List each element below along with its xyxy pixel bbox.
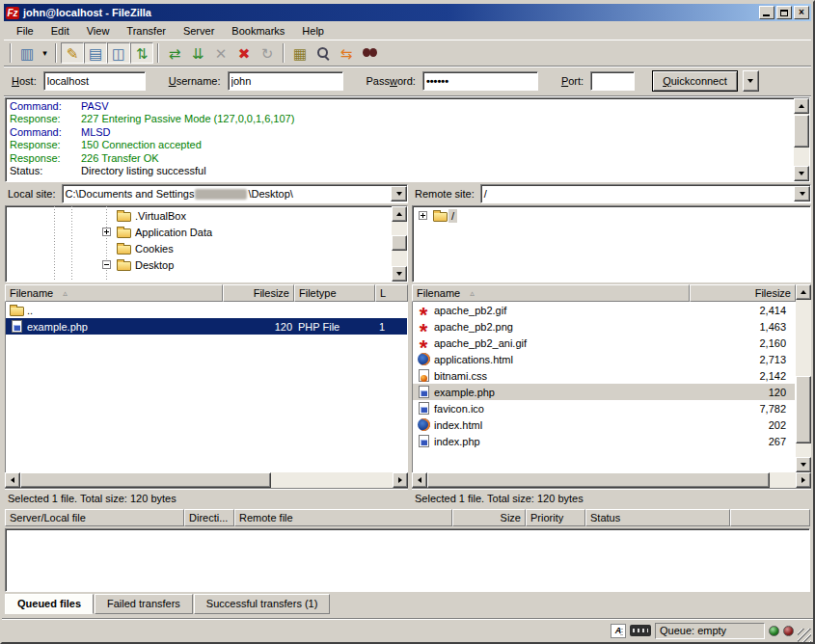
binoculars-icon [363,48,377,58]
local-tree-scrollbar[interactable] [392,206,407,282]
log-line-text: PASV [81,100,109,113]
filter-button[interactable]: ▦ [288,42,312,64]
quickconnect-button[interactable]: Quickconnect [652,70,738,92]
tree-item[interactable]: .VirtualBox [6,207,392,224]
local-file-list: ..example.php120PHP File1 [5,302,408,472]
speed-limits-icon[interactable] [630,625,651,636]
menu-help[interactable]: Help [293,23,333,39]
port-input[interactable] [590,71,635,91]
compare-directories-button[interactable] [312,42,335,64]
quickconnect-dropdown[interactable] [743,70,759,92]
file-size-cell: 7,782 [691,403,789,415]
scroll-up-button[interactable] [794,98,809,114]
toggle-local-tree-button[interactable]: ▤ [84,42,107,64]
expander-plus-icon[interactable] [102,228,111,236]
minimize-button[interactable] [759,6,774,19]
tab-successful-transfers-1-[interactable]: Successful transfers (1) [194,594,331,614]
file-row[interactable]: *apache_pb2_ani.gif2,160 [413,335,795,351]
menu-view[interactable]: View [78,23,119,39]
file-size-cell: 2,142 [691,370,789,382]
file-row[interactable]: example.php120 [413,384,795,400]
column-header-filetype[interactable]: Filetype [294,284,375,302]
process-queue-button[interactable]: ⇊ [186,42,209,64]
queue-column-priority[interactable]: Priority [526,509,585,526]
tree-item[interactable]: / [413,207,810,224]
host-input[interactable] [43,71,146,91]
file-row[interactable]: .. [6,302,407,318]
tab-queued-files[interactable]: Queued files [5,594,94,614]
scroll-down-button[interactable] [392,266,407,282]
refresh-button[interactable]: ⇄ [163,42,186,64]
cancel-operation-button[interactable]: ✕ [209,42,232,64]
column-header-filesize[interactable]: Filesize [223,284,294,302]
close-button[interactable]: × [794,6,809,19]
resize-grip[interactable] [798,629,811,642]
scroll-right-button[interactable] [796,472,811,488]
file-row[interactable]: index.php267 [413,433,795,449]
menu-edit[interactable]: Edit [42,23,78,39]
column-header-filename[interactable]: Filename▵ [5,284,223,302]
scrollbar-thumb[interactable] [392,235,407,251]
queue-column-remote-file[interactable]: Remote file [234,509,452,526]
scrollbar-thumb[interactable] [20,472,271,488]
data-type-ascii-icon[interactable]: A [611,624,626,638]
scroll-up-button[interactable] [392,206,407,222]
scroll-left-button[interactable] [5,472,20,488]
local-site-combobox[interactable]: C:\Documents and Settings\Desktop\ [62,184,408,203]
synchronized-browsing-button[interactable]: ⇆ [335,42,358,64]
remote-site-combobox[interactable]: / [480,184,811,203]
menu-transfer[interactable]: Transfer [118,23,175,39]
tree-item[interactable]: Application Data [6,224,392,240]
scroll-down-button[interactable] [796,457,811,472]
expander-minus-icon[interactable] [102,260,111,269]
scrollbar-thumb[interactable] [794,115,809,148]
column-header-filesize[interactable]: Filesize [690,284,796,302]
queue-column-status[interactable]: Status [585,509,730,526]
toggle-remote-tree-button[interactable]: ◫ [107,42,130,64]
file-row[interactable]: example.php120PHP File1 [6,318,407,335]
toggle-message-log-button[interactable]: ✎ [61,42,84,64]
scrollbar-thumb[interactable] [796,376,811,443]
menu-file[interactable]: File [8,23,42,39]
combobox-dropdown-button[interactable] [391,186,407,201]
scroll-right-button[interactable] [393,472,408,488]
maximize-button[interactable] [776,6,792,19]
menu-bookmarks[interactable]: Bookmarks [223,23,293,39]
message-log-scrollbar[interactable] [794,98,809,181]
remote-site-label: Remote site: [412,188,477,200]
file-row[interactable]: applications.html2,713 [413,351,795,367]
remote-horizontal-scrollbar[interactable] [412,472,811,488]
tree-item[interactable]: Cookies [6,240,392,256]
column-header-l[interactable]: L [375,284,408,302]
file-row[interactable]: *apache_pb2.gif2,414 [413,302,795,318]
column-header-filename[interactable]: Filename▵ [412,284,690,302]
queue-column-directi-[interactable]: Directi... [184,509,234,526]
scroll-up-button[interactable] [796,284,811,300]
file-row[interactable]: bitnami.css2,142 [413,367,795,384]
file-row[interactable]: favicon.ico7,782 [413,400,795,416]
site-manager-button[interactable]: ▥ [15,42,39,64]
disconnect-button[interactable]: ✖ [232,42,256,64]
username-input[interactable] [228,71,343,91]
expander-plus-icon[interactable] [419,211,427,220]
scrollbar-thumb[interactable] [427,472,770,488]
queue-column-server-local-file[interactable]: Server/Local file [5,509,184,526]
toggle-transfer-queue-button[interactable]: ⇅ [130,42,153,64]
combobox-dropdown-button[interactable] [794,186,810,201]
scroll-down-button[interactable] [794,166,809,181]
folder-icon [431,208,448,223]
scroll-left-button[interactable] [412,472,427,488]
file-row[interactable]: *apache_pb2.png1,463 [413,318,795,335]
site-manager-button-dropdown[interactable]: ▾ [39,42,51,64]
transfer-queue-header: Server/Local fileDirecti...Remote fileSi… [5,509,810,528]
find-files-button[interactable] [358,42,381,64]
menu-server[interactable]: Server [175,23,223,39]
queue-column-size[interactable]: Size [452,509,526,526]
local-horizontal-scrollbar[interactable] [5,472,408,488]
reconnect-button[interactable]: ↻ [256,42,279,64]
file-row[interactable]: index.html202 [413,416,795,433]
password-input[interactable] [422,71,538,91]
tab-failed-transfers[interactable]: Failed transfers [95,594,193,614]
remote-list-scrollbar[interactable] [796,284,811,472]
tree-item[interactable]: Desktop [6,256,392,273]
